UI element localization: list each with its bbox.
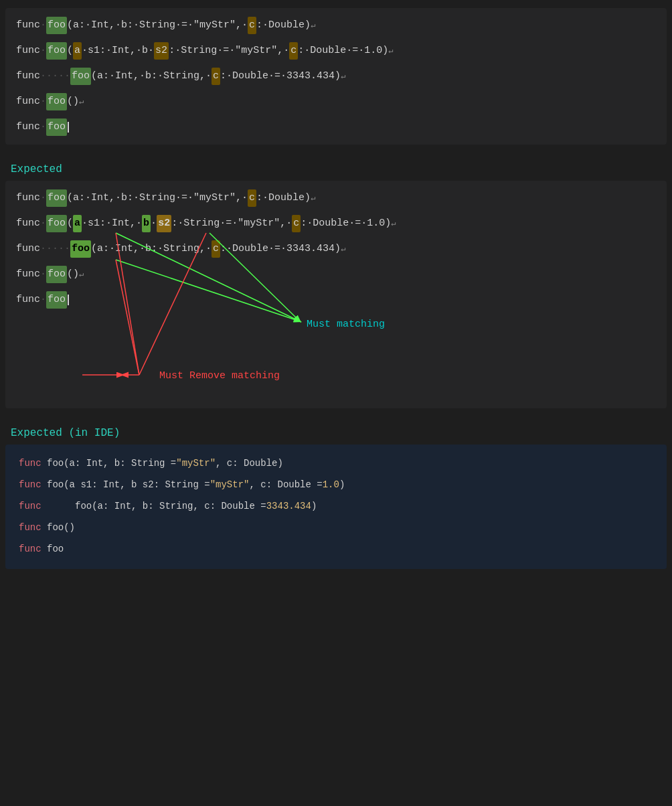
expected-label: Expected bbox=[0, 155, 672, 181]
must-matching-label: Must matching bbox=[307, 319, 385, 330]
code-line-1: func · foo (a:·Int,·b:·String·=·"myStr",… bbox=[16, 16, 656, 35]
ide-line-4: func foo() bbox=[19, 519, 653, 537]
text-cursor-2 bbox=[68, 295, 69, 305]
exp-line-3: func ····· foo (a:·Int,·b:·String,· c :·… bbox=[16, 240, 656, 258]
ide-code-block: func foo(a: Int, b: String = "myStr" , c… bbox=[5, 445, 667, 569]
dot1: · bbox=[40, 17, 46, 34]
top-code-block: func · foo (a:·Int,·b:·String·=·"myStr",… bbox=[5, 8, 667, 145]
code-line-2: func · foo ( a ·s1:·Int,·b· s2 :·String·… bbox=[16, 42, 656, 60]
fn-foo-hl: foo bbox=[46, 17, 67, 34]
code-line-5: func · foo bbox=[16, 118, 656, 137]
expected-ide-label: Expected (in IDE) bbox=[0, 419, 672, 445]
code-line-4: func · foo () ↵ bbox=[16, 92, 656, 111]
text-cursor bbox=[68, 122, 69, 133]
ide-line-5: func foo bbox=[19, 541, 653, 558]
hl-b: b bbox=[142, 215, 151, 232]
ide-line-3: func foo(a: Int, b: String, c: Double = … bbox=[19, 498, 653, 515]
expected-code-block: func · foo (a:·Int,·b:·String·=·"myStr",… bbox=[5, 181, 667, 408]
exp-line-5: func · foo bbox=[16, 291, 656, 309]
hl-a: a bbox=[73, 215, 82, 232]
exp-line-2: func · foo ( a ·s1:·Int,· b · s2 :·Strin… bbox=[16, 214, 656, 233]
hl-foo3: foo bbox=[70, 240, 91, 258]
hl-s2: s2 bbox=[157, 215, 171, 232]
return-sym: ↵ bbox=[311, 19, 315, 32]
exp-line-1: func · foo (a:·Int,·b:·String·=·"myStr",… bbox=[16, 189, 656, 208]
code-line-3: func ····· foo (a:·Int,·b:·String,· c :·… bbox=[16, 67, 656, 86]
ide-line-2: func foo(a s1: Int, b s2: String = "mySt… bbox=[19, 477, 653, 494]
must-remove-label: Must Remove matching bbox=[159, 370, 280, 382]
exp-line-4: func · foo () ↵ bbox=[16, 265, 656, 284]
kw-func: func bbox=[16, 17, 40, 34]
ide-line-1: func foo(a: Int, b: String = "myStr" , c… bbox=[19, 455, 653, 473]
